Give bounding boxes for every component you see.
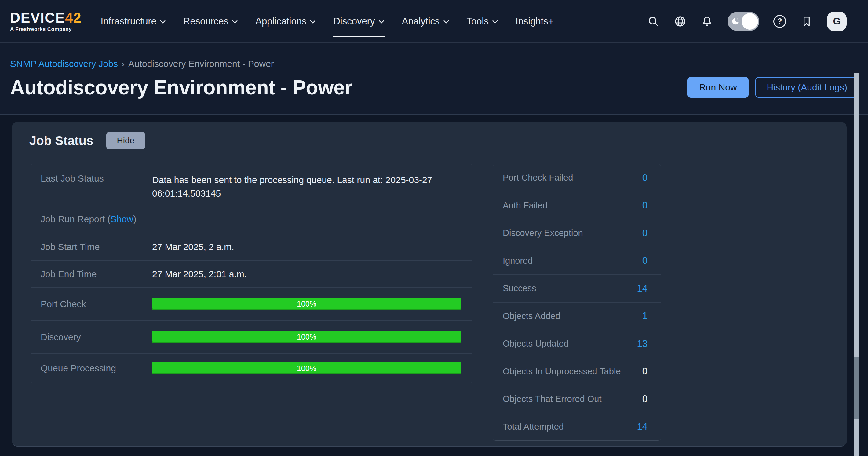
history-audit-logs-button[interactable]: History (Audit Logs) bbox=[755, 77, 859, 98]
stat-row-objects-that-errored-out: Objects That Errored Out 0 bbox=[493, 386, 661, 413]
moon-icon bbox=[731, 16, 742, 27]
stat-row-objects-in-unprocessed-table: Objects In Unprocessed Table 0 bbox=[493, 358, 661, 386]
stat-row-auth-failed: Auth Failed 0 bbox=[493, 192, 661, 220]
logo-tagline: A Freshworks Company bbox=[10, 27, 82, 32]
row-label: Job End Time bbox=[31, 269, 152, 279]
stat-row-total-attempted: Total Attempted 14 bbox=[493, 413, 661, 441]
nav-analytics[interactable]: Analytics bbox=[402, 16, 449, 27]
table-row-job-start-time: Job Start Time 27 Mar 2025, 2 a.m. bbox=[31, 233, 472, 261]
chevron-down-icon bbox=[160, 20, 165, 24]
table-row-last-job-status: Last Job Status Data has been sent to th… bbox=[31, 164, 472, 205]
port-check-progress-bar: 100% bbox=[152, 298, 461, 310]
chevron-down-icon bbox=[443, 20, 449, 24]
breadcrumb-current: Autodiscovery Environment - Power bbox=[128, 59, 274, 69]
stat-row-discovery-exception: Discovery Exception 0 bbox=[493, 220, 661, 247]
vertical-scrollbar[interactable] bbox=[854, 73, 859, 456]
nav-actions: ? G bbox=[647, 11, 847, 31]
stat-value-link[interactable]: 1 bbox=[642, 311, 648, 321]
table-row-job-run-report: Job Run Report (Show) bbox=[31, 205, 472, 233]
stat-row-objects-added: Objects Added 1 bbox=[493, 303, 661, 331]
row-label: Job Run Report (Show) bbox=[31, 214, 136, 224]
stat-value-link[interactable]: 0 bbox=[642, 228, 648, 239]
globe-icon[interactable] bbox=[674, 15, 687, 28]
row-label: Port Check bbox=[31, 299, 152, 309]
search-icon[interactable] bbox=[647, 15, 660, 28]
stat-value: 0 bbox=[642, 394, 648, 405]
discovery-progress-bar: 100% bbox=[152, 331, 461, 343]
toggle-knob bbox=[742, 13, 758, 30]
job-stats-table: Port Check Failed 0 Auth Failed 0 Discov… bbox=[493, 164, 661, 441]
help-icon[interactable]: ? bbox=[773, 15, 786, 28]
stat-row-objects-updated: Objects Updated 13 bbox=[493, 330, 661, 358]
run-now-button[interactable]: Run Now bbox=[687, 77, 748, 98]
content-area: Job Status Hide Last Job Status Data has… bbox=[0, 114, 868, 456]
scrollbar-thumb[interactable] bbox=[854, 357, 859, 419]
top-nav-bar: DEVICE42 A Freshworks Company Infrastruc… bbox=[0, 0, 868, 43]
theme-toggle[interactable] bbox=[727, 12, 759, 31]
chevron-down-icon bbox=[492, 20, 498, 24]
stat-value-link[interactable]: 0 bbox=[642, 200, 648, 211]
nav-tools[interactable]: Tools bbox=[467, 16, 498, 27]
breadcrumb-separator: › bbox=[122, 59, 125, 69]
stat-row-ignored: Ignored 0 bbox=[493, 247, 661, 275]
stat-row-success: Success 14 bbox=[493, 275, 661, 303]
hide-button[interactable]: Hide bbox=[106, 132, 145, 149]
device42-logo[interactable]: DEVICE42 A Freshworks Company bbox=[10, 11, 82, 32]
stat-row-port-check-failed: Port Check Failed 0 bbox=[493, 164, 661, 192]
show-report-link[interactable]: Show bbox=[110, 214, 133, 224]
row-value: Data has been sent to the processing que… bbox=[152, 173, 472, 200]
bookmark-icon[interactable] bbox=[800, 15, 813, 28]
page-title: Autodiscovery Environment - Power bbox=[10, 76, 352, 99]
stat-value-link[interactable]: 13 bbox=[637, 338, 648, 349]
stat-value-link[interactable]: 14 bbox=[637, 283, 648, 294]
job-status-heading: Job Status bbox=[29, 134, 93, 148]
user-avatar[interactable]: G bbox=[827, 11, 847, 31]
chevron-down-icon bbox=[232, 20, 238, 24]
device42-app: DEVICE42 A Freshworks Company Infrastruc… bbox=[0, 0, 868, 456]
nav-resources[interactable]: Resources bbox=[183, 16, 238, 27]
row-label: Discovery bbox=[31, 332, 152, 342]
stat-value-link[interactable]: 14 bbox=[637, 421, 648, 432]
bell-icon[interactable] bbox=[701, 15, 713, 28]
row-label: Last Job Status bbox=[31, 173, 152, 184]
job-details-table: Last Job Status Data has been sent to th… bbox=[31, 164, 472, 383]
table-row-port-check-progress: Port Check 100% bbox=[31, 288, 472, 321]
stat-value-link[interactable]: 0 bbox=[642, 255, 648, 266]
table-row-queue-processing-progress: Queue Processing 100% bbox=[31, 353, 472, 383]
table-row-job-end-time: Job End Time 27 Mar 2025, 2:01 a.m. bbox=[31, 261, 472, 288]
stat-value-link[interactable]: 0 bbox=[642, 172, 648, 183]
page-header: SNMP Autodiscovery Jobs › Autodiscovery … bbox=[0, 43, 868, 114]
row-value: 27 Mar 2025, 2 a.m. bbox=[152, 240, 472, 254]
nav-infrastructure[interactable]: Infrastructure bbox=[100, 16, 165, 27]
chevron-down-icon bbox=[379, 20, 384, 24]
row-value: 27 Mar 2025, 2:01 a.m. bbox=[152, 267, 472, 281]
nav-insights-plus[interactable]: Insights+ bbox=[516, 16, 554, 27]
nav-applications[interactable]: Applications bbox=[255, 16, 315, 27]
row-label: Job Start Time bbox=[31, 242, 152, 252]
nav-discovery[interactable]: Discovery bbox=[333, 16, 384, 27]
logo-text: DEVICE42 bbox=[10, 11, 82, 25]
row-label: Queue Processing bbox=[31, 363, 152, 373]
main-nav: Infrastructure Resources Applications Di… bbox=[100, 16, 553, 27]
breadcrumb: SNMP Autodiscovery Jobs › Autodiscovery … bbox=[10, 59, 859, 69]
queue-processing-progress-bar: 100% bbox=[152, 362, 461, 374]
stat-value: 0 bbox=[642, 366, 648, 377]
table-row-discovery-progress: Discovery 100% bbox=[31, 321, 472, 353]
chevron-down-icon bbox=[310, 20, 315, 24]
job-status-panel: Job Status Hide Last Job Status Data has… bbox=[12, 122, 847, 447]
breadcrumb-link-snmp-jobs[interactable]: SNMP Autodiscovery Jobs bbox=[10, 59, 118, 69]
